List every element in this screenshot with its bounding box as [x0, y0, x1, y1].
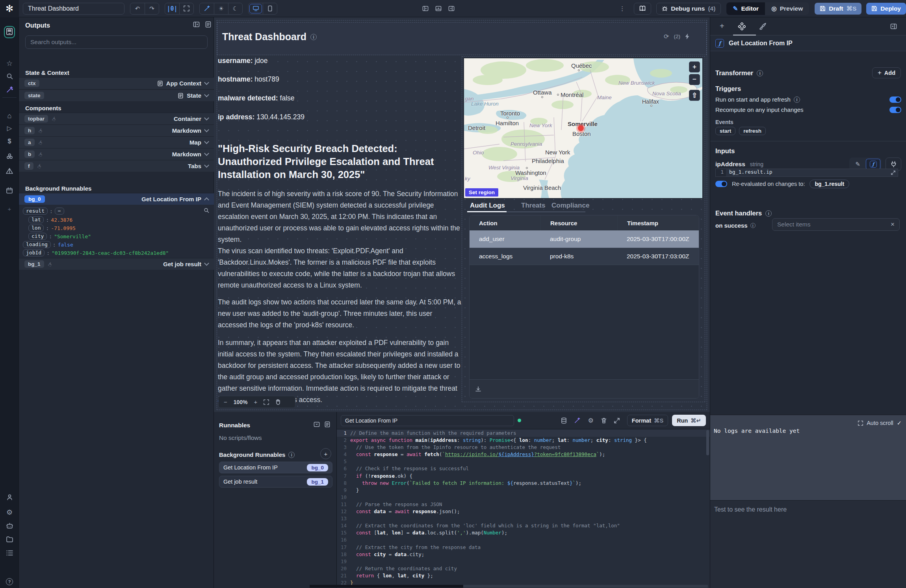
chevron-up-icon[interactable]	[204, 197, 209, 202]
tab-audit-logs[interactable]: Audit Logs	[470, 202, 505, 210]
event-start-badge[interactable]: start	[715, 127, 735, 135]
hand-pointer-icon[interactable]: ☞	[37, 139, 45, 146]
code-line[interactable]: 10	[337, 494, 710, 501]
code-line[interactable]: 6 // Check if the response is successful	[337, 465, 710, 472]
expand-icon[interactable]	[614, 418, 620, 423]
recompute-bolt-icon[interactable]	[685, 33, 690, 39]
doc-list-icon[interactable]	[205, 21, 211, 28]
table-row[interactable]: add_user audit-group 2025-03-30T17:00:00…	[470, 230, 699, 248]
component-row-h[interactable]: h☞ Markdown	[19, 124, 214, 136]
bg1-row[interactable]: bg_1☞ Get job result	[19, 258, 214, 270]
json-key-jobid[interactable]: jobId	[23, 249, 45, 256]
debug-runs-button[interactable]: Debug runs (4)	[656, 3, 721, 15]
add-plus-icon[interactable]: +	[0, 206, 19, 212]
location-marker[interactable]	[578, 125, 584, 131]
map-zoom-out-button[interactable]: −	[689, 74, 700, 85]
code-vscrollbar[interactable]	[706, 430, 709, 455]
map-zoom-in-button[interactable]: +	[689, 61, 700, 72]
code-line[interactable]: 20 // Return the coordinates and city	[337, 565, 710, 572]
download-icon[interactable]	[475, 386, 481, 392]
eval-function-icon[interactable]: ƒ	[866, 159, 880, 170]
undo-icon[interactable]: ↶	[130, 3, 145, 14]
fullscreen-icon[interactable]	[179, 3, 193, 14]
col-action[interactable]: Action	[470, 215, 540, 230]
ai-wand-icon[interactable]	[0, 86, 19, 93]
panel-left-toggle-icon[interactable]	[422, 6, 429, 11]
info-icon[interactable]: i	[288, 452, 295, 458]
docs-book-icon[interactable]	[634, 3, 651, 15]
recompute-toggle[interactable]	[889, 107, 901, 113]
code-line[interactable]: 19	[337, 558, 710, 565]
redo-icon[interactable]: ↷	[145, 3, 159, 14]
info-icon[interactable]: i	[310, 34, 317, 40]
code-line[interactable]: 21 return { lon, lat, city };	[337, 572, 710, 579]
output-row-ctx[interactable]: ctx App Context	[19, 77, 214, 89]
chevron-down-icon[interactable]	[204, 92, 209, 97]
table-row[interactable]: access_logs prod-k8s 2025-03-30T17:03:00…	[470, 248, 699, 265]
code-line[interactable]: 3 // Use the token from the Ipinfo resou…	[337, 444, 710, 451]
add-runnable-button[interactable]: +	[320, 448, 331, 459]
input-expression[interactable]: 1 bg_1.result.ip	[715, 169, 898, 177]
pan-hand-icon[interactable]	[275, 399, 281, 405]
zoom-fit-icon[interactable]	[264, 399, 269, 405]
run-on-start-toggle[interactable]	[889, 96, 901, 103]
trash-icon[interactable]	[601, 417, 607, 423]
outline-toggle-icon[interactable]: |0|	[165, 3, 179, 14]
code-line[interactable]: 9 }	[337, 487, 710, 494]
component-row-f[interactable]: f☞ Tabs	[19, 160, 214, 172]
reeval-toggle[interactable]	[715, 181, 727, 187]
topbar-container-component[interactable]: Threat Dashboardi ⟳ (2)	[217, 22, 707, 55]
panel-right-collapse-icon[interactable]	[890, 23, 897, 30]
home-icon[interactable]: ⌂	[0, 112, 19, 120]
info-icon[interactable]: i	[757, 70, 763, 76]
components-tab-icon[interactable]	[738, 22, 746, 30]
panel-collapse-icon[interactable]	[193, 21, 200, 28]
bottom-scrollbar-thumb[interactable]	[310, 585, 463, 588]
schedules-calendar-icon[interactable]	[0, 187, 19, 194]
app-title-input[interactable]	[23, 3, 124, 15]
chevron-down-icon[interactable]	[204, 151, 209, 156]
apps-icon[interactable]	[0, 26, 19, 38]
code-line[interactable]: 8 throw new Error(`Failed to fetch IP in…	[337, 480, 710, 487]
code-line[interactable]: 14 // Extract the coordinates from the '…	[337, 522, 710, 529]
output-row-state[interactable]: state State	[19, 89, 214, 101]
database-icon[interactable]	[561, 417, 567, 424]
ai-wand-icon[interactable]	[574, 417, 580, 423]
code-line[interactable]: 7 if (!response.ok) {	[337, 473, 710, 480]
json-key-loading[interactable]: loading	[23, 241, 51, 248]
map-component[interactable]: Québec New Brunswick Ottawa Montréal Mai…	[464, 58, 702, 198]
styles-brush-icon[interactable]	[759, 22, 767, 30]
chevron-down-icon[interactable]	[204, 261, 209, 266]
dark-mode-icon[interactable]: ☾	[228, 3, 242, 14]
info-icon[interactable]: i	[794, 96, 800, 103]
windmill-logo[interactable]: ✻	[0, 0, 19, 17]
panel-right-toggle-icon[interactable]	[448, 6, 455, 11]
chevron-down-icon[interactable]	[204, 127, 209, 132]
hand-pointer-icon[interactable]: ☞	[50, 115, 58, 122]
chevron-down-icon[interactable]	[204, 115, 209, 121]
desktop-view-icon[interactable]	[249, 4, 262, 13]
collapse-panel-icon[interactable]	[314, 421, 320, 427]
light-mode-icon[interactable]: ☀	[214, 3, 228, 14]
info-icon[interactable]: i	[765, 210, 772, 217]
runnable-item-bg0[interactable]: Get Location From IPbg_0	[219, 462, 332, 473]
selected-component-header[interactable]: ƒ Get Location From IP	[710, 35, 906, 51]
expand-expr-icon[interactable]	[891, 169, 895, 176]
chevron-down-icon[interactable]	[204, 139, 209, 144]
kebab-menu-icon[interactable]: ⋮	[619, 5, 625, 12]
runnable-name-input[interactable]	[341, 415, 514, 426]
code-line[interactable]: 1// Define the main function with the re…	[337, 430, 710, 437]
json-key-lat[interactable]: lat	[28, 216, 44, 223]
prism-icon[interactable]	[0, 168, 19, 174]
zoom-in-icon[interactable]: +	[254, 399, 258, 405]
search-icon[interactable]	[0, 73, 19, 80]
refresh-icon[interactable]: ⟳	[664, 33, 669, 40]
favorites-star-icon[interactable]: ☆	[0, 59, 19, 68]
mobile-view-icon[interactable]	[263, 3, 277, 14]
static-pencil-icon[interactable]: ✎	[850, 159, 865, 170]
tab-preview[interactable]: ◎Preview	[765, 2, 809, 15]
expand-logs-icon[interactable]	[858, 421, 863, 426]
component-row-topbar[interactable]: topbar☞ Container	[19, 113, 214, 124]
code-line[interactable]: 16	[337, 536, 710, 543]
tab-threats[interactable]: Threats	[521, 202, 545, 210]
